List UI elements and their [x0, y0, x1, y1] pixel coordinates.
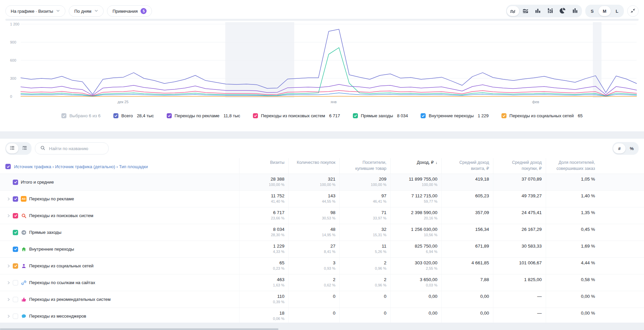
legend-checkbox[interactable] — [353, 113, 358, 118]
expand-chevron-icon[interactable] — [5, 196, 12, 202]
row-checkbox[interactable] — [13, 263, 18, 269]
ad-badge-icon: AD — [21, 196, 26, 202]
legend-item[interactable]: Внутренние переходы1 229 — [421, 113, 488, 118]
row-checkbox[interactable] — [13, 196, 18, 202]
expand-chevron-icon[interactable] — [5, 279, 12, 286]
notes-button[interactable]: Примечания 5 — [107, 5, 152, 17]
expand-chevron-icon[interactable] — [5, 263, 12, 269]
bar-chart-button[interactable] — [532, 6, 544, 16]
metric-cell: 7133,97 % — [339, 207, 390, 224]
row-name-cell: Переходы из рекомендательных систем — [0, 291, 239, 308]
legend-item[interactable]: Прямые заходы8 034 — [353, 113, 408, 118]
row-checkbox[interactable] — [13, 297, 18, 302]
visits-line-chart[interactable]: 03006009001 200дек 25янвфев — [5, 20, 639, 105]
metric-cell: 8 03428,30 % — [239, 224, 288, 241]
horizontal-scrollbar[interactable] — [0, 328, 278, 330]
column-header[interactable]: Средний доходвизита, ₽ — [441, 158, 493, 174]
metric-cell: 3 650,000,03 % — [390, 274, 441, 291]
legend-value: 1 229 — [478, 113, 489, 118]
row-checkbox[interactable] — [13, 180, 18, 185]
pie-chart-button[interactable] — [556, 6, 569, 16]
table-row[interactable]: ADПереходы по рекламе11 75241,40 %14344,… — [0, 190, 644, 207]
metric-cell: 4,44 % — [546, 258, 599, 274]
legend-checkbox[interactable] — [113, 113, 118, 118]
column-header[interactable]: Посетители,купившие товар — [339, 158, 390, 174]
expand-chevron-icon[interactable] — [5, 296, 12, 303]
legend-item[interactable]: Переходы из социальных сетей65 — [501, 113, 583, 118]
sources-table-section: # % Источник трафика › Источник трафика … — [0, 139, 644, 323]
link-icon — [21, 280, 26, 285]
row-label[interactable]: Переходы из рекомендательных систем — [29, 297, 111, 302]
value-mode-switcher: # % — [612, 142, 639, 155]
row-label[interactable]: Прямые заходы — [29, 230, 61, 235]
legend-checkbox[interactable] — [167, 113, 172, 118]
row-label[interactable]: Итого и средние — [21, 180, 54, 185]
row-checkbox[interactable] — [13, 314, 18, 319]
column-header[interactable]: Визиты — [239, 158, 288, 174]
metric-cell: 0 — [339, 291, 390, 308]
legend-item[interactable]: Переходы из поисковых систем6 717 — [253, 113, 340, 118]
column-chart-icon — [572, 7, 578, 15]
stacked-area-button[interactable] — [519, 6, 532, 16]
metric-dropdown[interactable]: На графике · Визиты — [5, 5, 65, 17]
column-header[interactable]: Доход, ₽ ↓ — [390, 158, 441, 174]
table-row[interactable]: Переходы из рекомендательных систем1100,… — [0, 291, 644, 308]
expand-chevron-icon[interactable] — [5, 313, 12, 320]
table-row[interactable]: Прямые заходы8 03428,30 %4814,95 %3215,3… — [0, 224, 644, 241]
table-search[interactable] — [35, 142, 109, 154]
row-name-cell: Прямые заходы — [0, 224, 239, 241]
size-s-button[interactable]: S — [586, 6, 598, 16]
table-row[interactable]: Переходы по ссылкам на сайтах4631,63 %20… — [0, 274, 644, 291]
line-chart-icon — [510, 7, 516, 15]
metric-cell: 1100,39 % — [239, 291, 288, 308]
column-header[interactable]: Средний доходпокупки, ₽ — [493, 158, 546, 174]
search-input[interactable] — [48, 146, 100, 151]
tree-view-icon — [22, 145, 28, 152]
size-l-button[interactable]: L — [611, 6, 623, 16]
metric-cell: 9830,53 % — [288, 207, 339, 224]
granularity-dropdown[interactable]: По дням — [69, 5, 104, 17]
metric-cell: 101 006,67 — [493, 258, 546, 274]
collapse-chart-button[interactable] — [627, 5, 639, 17]
stacked-bar-button[interactable] — [544, 6, 556, 16]
row-label[interactable]: Внутренние переходы — [29, 247, 74, 252]
column-chart-button[interactable] — [569, 6, 581, 16]
row-label[interactable]: Переходы из социальных сетей — [29, 263, 94, 268]
absolute-values-button[interactable]: # — [613, 143, 626, 153]
list-view-button[interactable] — [6, 143, 18, 153]
row-checkbox[interactable] — [13, 280, 18, 285]
metric-cell: 0 — [339, 308, 390, 324]
dimension-header[interactable]: Источник трафика › Источник трафика (дет… — [0, 157, 239, 174]
row-label[interactable]: Переходы из мессенджеров — [29, 314, 86, 319]
row-label[interactable]: Переходы по рекламе — [29, 196, 74, 201]
legend-checkbox[interactable] — [421, 113, 426, 118]
row-checkbox[interactable] — [13, 230, 18, 235]
notes-button-label: Примечания — [112, 9, 138, 14]
chart-canvas[interactable]: 03006009001 200дек 25янвфев — [5, 20, 639, 105]
legend-checkbox[interactable] — [501, 113, 506, 118]
row-checkbox[interactable] — [13, 247, 18, 252]
select-all-rows-checkbox[interactable] — [5, 164, 11, 169]
row-checkbox[interactable] — [13, 213, 18, 218]
tree-view-button[interactable] — [18, 143, 31, 153]
row-label[interactable]: Переходы из поисковых систем — [29, 213, 93, 218]
dimension-breadcrumb[interactable]: Источник трафика › Источник трафика (дет… — [14, 164, 148, 169]
metric-cell: 4 661,85 — [441, 258, 493, 274]
percent-values-button[interactable]: % — [626, 143, 638, 153]
legend-checkbox[interactable] — [253, 113, 258, 118]
size-m-button[interactable]: M — [598, 6, 611, 16]
legend-selected-count[interactable]: Выбрано 6 из 6 — [61, 113, 101, 118]
table-row[interactable]: Переходы из мессенджеров180,06 %000,000,… — [0, 308, 644, 324]
legend-item[interactable]: Всего28,4 тыс — [113, 113, 154, 118]
row-label[interactable]: Переходы по ссылкам на сайтах — [29, 280, 95, 285]
table-row[interactable]: Итого и средние28 388100,00 %321100,00 %… — [0, 174, 644, 190]
table-row[interactable]: Переходы из поисковых систем6 71723,66 %… — [0, 207, 644, 224]
legend-item[interactable]: Переходы по рекламе11,8 тыс — [167, 113, 240, 118]
select-all-checkbox[interactable] — [61, 113, 66, 118]
line-chart-button[interactable] — [507, 6, 519, 16]
expand-chevron-icon[interactable] — [5, 212, 12, 219]
table-row[interactable]: Переходы из социальных сетей650,23 %30,9… — [0, 257, 644, 274]
table-row[interactable]: Внутренние переходы1 2294,33 %278,41 %11… — [0, 241, 644, 257]
column-header[interactable]: Количество покупок — [288, 158, 339, 174]
column-header[interactable]: Доля посетителей,совершивших заказ — [546, 158, 599, 174]
